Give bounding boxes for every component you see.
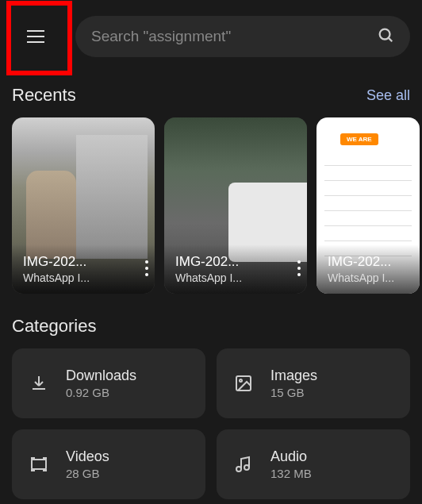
category-size: 132 MB	[270, 467, 312, 480]
card-menu-icon[interactable]	[145, 260, 148, 276]
card-menu-icon[interactable]	[297, 260, 301, 276]
recents-row: IMG-202... WhatsApp I... IMG-202... What…	[0, 117, 422, 294]
category-label: Audio	[270, 448, 312, 465]
search-icon[interactable]	[377, 26, 394, 47]
category-images[interactable]: Images 15 GB	[217, 348, 410, 418]
recents-header: Recents See all	[0, 73, 422, 117]
categories-title: Categories	[12, 316, 96, 337]
menu-button[interactable]	[20, 21, 52, 52]
see-all-link[interactable]: See all	[366, 87, 410, 104]
card-subtitle: WhatsApp I...	[175, 271, 296, 284]
card-subtitle: WhatsApp I...	[328, 271, 409, 284]
category-label: Downloads	[66, 367, 136, 384]
video-icon	[28, 455, 50, 474]
recents-title: Recents	[12, 85, 76, 106]
card-title: IMG-202...	[23, 254, 144, 270]
recent-item[interactable]: WE ARE IMG-202... WhatsApp I...	[316, 117, 420, 294]
category-audio[interactable]: Audio 132 MB	[217, 429, 410, 499]
download-icon	[28, 374, 50, 393]
category-size: 28 GB	[66, 467, 109, 480]
svg-point-6	[244, 465, 249, 470]
search-input[interactable]	[91, 28, 377, 45]
header	[0, 0, 422, 73]
categories-grid: Downloads 0.92 GB Images 15 GB Videos 28…	[0, 348, 422, 499]
image-icon	[232, 374, 255, 393]
category-videos[interactable]: Videos 28 GB	[12, 429, 205, 499]
hamburger-icon	[27, 30, 44, 43]
card-overlay: IMG-202... WhatsApp I...	[164, 244, 307, 294]
recent-item[interactable]: IMG-202... WhatsApp I...	[164, 117, 307, 294]
audio-icon	[232, 455, 255, 474]
card-subtitle: WhatsApp I...	[23, 271, 144, 284]
svg-line-1	[389, 38, 393, 42]
card-overlay: IMG-202... WhatsApp I...	[316, 244, 420, 294]
card-title: IMG-202...	[328, 254, 409, 270]
card-overlay: IMG-202... WhatsApp I...	[12, 244, 155, 294]
search-bar[interactable]	[75, 16, 410, 57]
category-label: Videos	[66, 448, 109, 465]
category-downloads[interactable]: Downloads 0.92 GB	[12, 348, 205, 418]
categories-header: Categories	[0, 294, 422, 348]
card-title: IMG-202...	[175, 254, 296, 270]
svg-rect-4	[32, 460, 46, 469]
category-label: Images	[270, 367, 317, 384]
hiring-badge: WE ARE	[340, 133, 378, 145]
svg-point-3	[240, 379, 242, 382]
recent-item[interactable]: IMG-202... WhatsApp I...	[12, 117, 155, 294]
category-size: 15 GB	[270, 386, 317, 399]
svg-point-5	[236, 467, 241, 471]
svg-point-0	[380, 29, 390, 40]
category-size: 0.92 GB	[66, 386, 136, 399]
